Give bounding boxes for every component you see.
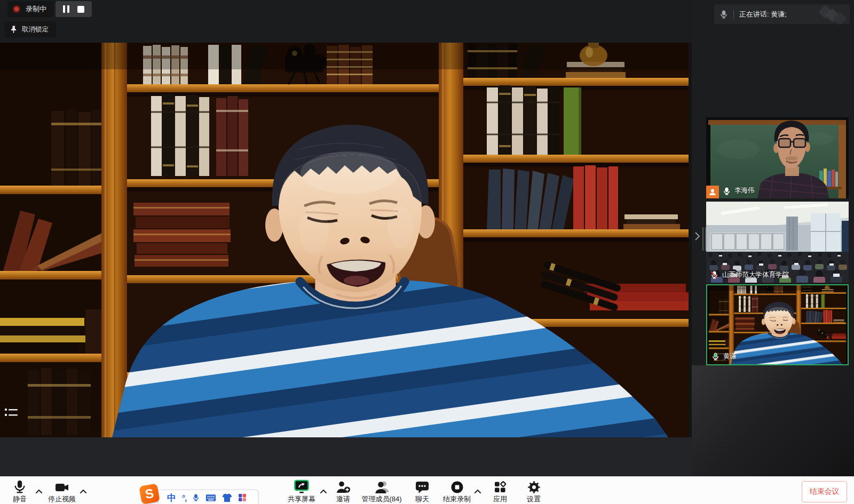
ime-toolbar[interactable]: 中 °, bbox=[158, 490, 258, 504]
banner-divider bbox=[733, 10, 734, 19]
chat-bubble-icon bbox=[415, 479, 430, 494]
settings-button[interactable]: 设置 bbox=[527, 479, 541, 504]
participant-name: 山西师范大学体育学院 bbox=[722, 270, 789, 279]
manage-members-button[interactable]: 管理成员(84) bbox=[361, 479, 401, 504]
mute-options-chevron[interactable] bbox=[35, 486, 43, 496]
participant-tile-huangqian[interactable]: 黄谦 bbox=[706, 284, 849, 365]
meeting-toolbar: 静音 停止视频 中 °, bbox=[0, 476, 854, 504]
recording-label: 录制中 bbox=[26, 4, 46, 14]
active-speaker-banner: 正在讲话: 黄谦; bbox=[714, 4, 850, 24]
apps-label: 应用 bbox=[493, 494, 507, 504]
video-camera-icon bbox=[55, 479, 69, 494]
invite-button[interactable]: 邀请 bbox=[336, 479, 351, 504]
mute-label: 静音 bbox=[13, 494, 27, 504]
microphone-speaking-icon bbox=[711, 353, 719, 361]
stop-video-label: 停止视频 bbox=[48, 494, 76, 504]
microphone-icon bbox=[719, 10, 728, 19]
share-screen-label: 共享屏幕 bbox=[288, 494, 315, 504]
participant-name-bar: 山西师范大学体育学院 bbox=[706, 270, 793, 283]
stop-recording-button[interactable] bbox=[77, 6, 84, 13]
microphone-icon bbox=[12, 479, 27, 494]
recording-controls bbox=[56, 1, 92, 17]
invite-label: 邀请 bbox=[336, 494, 350, 504]
speaker-video-feed bbox=[0, 43, 689, 437]
share-screen-button[interactable]: 共享屏幕 bbox=[288, 479, 315, 504]
end-meeting-button[interactable]: 结束会议 bbox=[802, 481, 847, 502]
sidebar-collapse-button[interactable] bbox=[693, 230, 701, 242]
share-screen-icon bbox=[294, 479, 310, 494]
microphone-muted-icon bbox=[710, 271, 718, 279]
sidebar-empty-area bbox=[692, 365, 854, 476]
ime-skin-tshirt-icon[interactable] bbox=[222, 493, 232, 502]
chat-button[interactable]: 聊天 bbox=[415, 479, 430, 504]
stop-recording-circle-icon bbox=[450, 479, 464, 494]
recording-options-chevron[interactable] bbox=[474, 486, 481, 496]
mute-button[interactable]: 静音 bbox=[12, 479, 27, 504]
ime-keyboard-icon[interactable] bbox=[205, 494, 216, 502]
participant-name-bar: 黄谦 bbox=[707, 352, 741, 364]
participant-name-bar: 李海伟 bbox=[706, 186, 759, 198]
recording-status-badge: 录制中 bbox=[7, 1, 53, 17]
end-recording-label: 结束录制 bbox=[443, 494, 471, 504]
ime-toolbox-grid-icon[interactable] bbox=[238, 493, 247, 502]
ime-punctuation-toggle[interactable]: °, bbox=[182, 493, 186, 502]
end-recording-button[interactable]: 结束录制 bbox=[443, 479, 471, 504]
unpin-label: 取消锁定 bbox=[22, 25, 49, 34]
participant-name: 黄谦 bbox=[723, 352, 737, 361]
pause-recording-button[interactable] bbox=[63, 5, 69, 13]
chat-label: 聊天 bbox=[415, 494, 429, 504]
sogou-logo-icon[interactable]: S bbox=[139, 483, 160, 504]
manage-members-label: 管理成员(84) bbox=[361, 494, 401, 504]
apps-button[interactable]: 应用 bbox=[493, 479, 507, 504]
share-options-chevron[interactable] bbox=[320, 486, 327, 496]
participant-tile-lihaiwei[interactable]: 李海伟 bbox=[706, 117, 849, 198]
settings-label: 设置 bbox=[527, 494, 541, 504]
microphone-icon bbox=[723, 187, 731, 195]
video-options-chevron[interactable] bbox=[80, 486, 87, 496]
top-bar bbox=[0, 0, 692, 43]
member-badge-icon bbox=[706, 186, 719, 198]
main-video-stage[interactable] bbox=[0, 43, 689, 437]
participant-name: 李海伟 bbox=[734, 186, 755, 195]
ime-voice-icon[interactable] bbox=[192, 493, 200, 502]
below-video-strip bbox=[0, 437, 692, 476]
pin-icon bbox=[10, 25, 18, 34]
unpin-button[interactable]: 取消锁定 bbox=[4, 21, 56, 37]
ime-language-toggle[interactable]: 中 bbox=[167, 492, 176, 504]
participant-tile-classroom[interactable]: 山西师范大学体育学院 bbox=[706, 202, 849, 283]
meeting-window: 录制中 取消锁定 正在讲话: 黄谦; 李海伟 bbox=[0, 0, 854, 504]
stop-video-button[interactable]: 停止视频 bbox=[48, 479, 76, 504]
members-person-icon bbox=[374, 479, 389, 494]
layout-list-icon[interactable] bbox=[4, 407, 18, 419]
sidebar-drag-handle[interactable] bbox=[702, 227, 706, 251]
active-speaker-label: 正在讲话: 黄谦; bbox=[739, 10, 787, 19]
invite-person-plus-icon bbox=[336, 479, 351, 494]
gear-icon bbox=[527, 479, 541, 494]
recording-dot-icon bbox=[13, 5, 20, 13]
apps-grid-icon bbox=[494, 479, 507, 494]
